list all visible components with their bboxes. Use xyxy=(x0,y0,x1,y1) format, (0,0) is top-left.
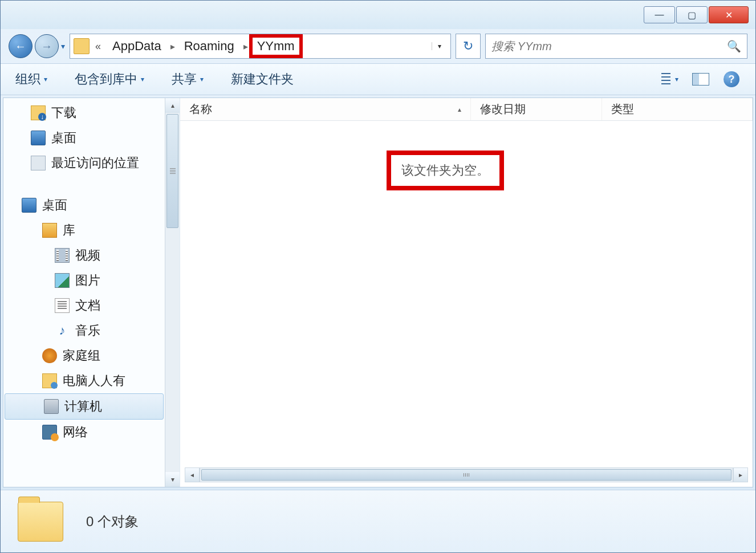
network-icon xyxy=(42,425,57,440)
back-button[interactable]: ← xyxy=(9,34,32,58)
include-in-library-button[interactable]: 包含到库中 ▾ xyxy=(75,71,144,88)
column-header-date[interactable]: 修改日期 xyxy=(471,98,602,120)
sidebar-item-label: 电脑人人有 xyxy=(63,372,125,389)
sidebar-item-downloads[interactable]: 下载 xyxy=(3,100,180,125)
help-icon: ? xyxy=(724,71,739,87)
search-input[interactable] xyxy=(491,40,727,53)
scroll-thumb[interactable] xyxy=(166,114,178,228)
scroll-right-icon[interactable]: ▸ xyxy=(733,467,748,482)
sidebar-item-videos[interactable]: 视频 xyxy=(3,243,180,268)
grip-icon xyxy=(464,473,469,477)
navigation-pane: 下载 桌面 最近访问的位置 桌面 库 视频 图片 文档 ♪音乐 家庭组 电脑人人… xyxy=(3,98,180,487)
chevron-right-icon[interactable]: ▸ xyxy=(242,41,249,52)
breadcrumb-current[interactable]: YYmm xyxy=(251,36,300,56)
homegroup-icon xyxy=(42,348,57,363)
music-icon: ♪ xyxy=(55,323,70,338)
scroll-thumb[interactable] xyxy=(201,469,731,481)
scroll-track[interactable] xyxy=(165,113,180,472)
sidebar-item-music[interactable]: ♪音乐 xyxy=(3,318,180,343)
organize-button[interactable]: 组织 ▾ xyxy=(15,71,47,88)
col-label: 类型 xyxy=(611,101,634,117)
chevron-down-icon: ▾ xyxy=(675,75,678,83)
minimize-icon: — xyxy=(655,10,664,20)
view-mode-button[interactable]: ▾ xyxy=(661,70,679,88)
sidebar-item-libraries[interactable]: 库 xyxy=(3,218,180,243)
command-bar: 组织 ▾ 包含到库中 ▾ 共享 ▾ 新建文件夹 ▾ ? xyxy=(1,63,755,95)
history-dropdown-icon[interactable]: ▾ xyxy=(61,42,65,51)
desktop-icon xyxy=(22,198,36,213)
preview-pane-button[interactable] xyxy=(692,70,710,88)
chevron-right-icon[interactable]: ▸ xyxy=(169,41,176,52)
minimize-button[interactable]: — xyxy=(644,6,675,23)
sidebar-item-desktop[interactable]: 桌面 xyxy=(3,125,180,151)
refresh-button[interactable]: ↻ xyxy=(456,34,481,59)
forward-button[interactable]: → xyxy=(35,34,59,58)
search-icon[interactable]: 🔍 xyxy=(727,39,741,53)
file-area[interactable]: 该文件夹为空。 xyxy=(180,121,753,467)
file-list-pane: 名称 ▴ 修改日期 类型 该文件夹为空。 ◂ ▸ xyxy=(180,98,753,487)
sidebar-item-label: 最近访问的位置 xyxy=(51,154,139,172)
sidebar-item-network[interactable]: 网络 xyxy=(3,420,180,445)
sidebar-item-desktop-root[interactable]: 桌面 xyxy=(3,193,180,218)
maximize-icon: ▢ xyxy=(688,10,696,21)
forward-icon: → xyxy=(41,40,52,53)
col-label: 名称 xyxy=(189,101,212,117)
sidebar-item-label: 下载 xyxy=(51,104,76,121)
sidebar-item-label: 桌面 xyxy=(51,129,76,147)
chevron-down-icon: ▾ xyxy=(141,75,144,83)
sidebar-item-label: 计算机 xyxy=(64,398,102,415)
share-label: 共享 xyxy=(172,71,197,88)
scroll-track[interactable] xyxy=(200,467,733,482)
maximize-button[interactable]: ▢ xyxy=(676,6,708,23)
titlebar: — ▢ ✕ xyxy=(1,1,755,29)
sidebar-item-documents[interactable]: 文档 xyxy=(3,293,180,318)
sidebar-item-pictures[interactable]: 图片 xyxy=(3,268,180,293)
status-item-count: 0 个对象 xyxy=(86,513,139,531)
newfolder-label: 新建文件夹 xyxy=(231,71,294,88)
chevron-down-icon: ▾ xyxy=(200,75,204,83)
column-header-name[interactable]: 名称 ▴ xyxy=(180,98,471,120)
sidebar-scrollbar[interactable]: ▴ ▾ xyxy=(165,98,180,487)
content-area: 下载 桌面 最近访问的位置 桌面 库 视频 图片 文档 ♪音乐 家庭组 电脑人人… xyxy=(3,97,753,487)
horizontal-scrollbar[interactable]: ◂ ▸ xyxy=(185,467,748,482)
column-header-type[interactable]: 类型 xyxy=(602,98,753,120)
folder-icon xyxy=(74,38,90,54)
scroll-left-icon[interactable]: ◂ xyxy=(185,467,200,482)
preview-pane-icon xyxy=(692,73,709,86)
address-bar[interactable]: « AppData ▸ Roaming ▸ YYmm ▾ xyxy=(70,34,451,59)
new-folder-button[interactable]: 新建文件夹 xyxy=(231,71,294,88)
organize-label: 组织 xyxy=(15,71,40,88)
breadcrumb-roaming[interactable]: Roaming xyxy=(178,36,240,56)
sidebar-item-label: 家庭组 xyxy=(63,347,100,364)
close-button[interactable]: ✕ xyxy=(709,6,749,23)
sidebar-item-user[interactable]: 电脑人人有 xyxy=(3,368,180,393)
overflow-chevron-icon[interactable]: « xyxy=(92,40,104,52)
nav-arrows: ← → ▾ xyxy=(9,34,65,58)
help-button[interactable]: ? xyxy=(722,70,741,88)
sidebar-item-recent[interactable]: 最近访问的位置 xyxy=(3,151,180,176)
explorer-window: — ▢ ✕ ← → ▾ « AppData ▸ Roaming ▸ YYmm ▾… xyxy=(0,0,756,553)
documents-icon xyxy=(55,298,70,313)
sidebar-item-homegroup[interactable]: 家庭组 xyxy=(3,343,180,368)
sidebar-item-label: 网络 xyxy=(63,424,88,441)
scroll-down-icon[interactable]: ▾ xyxy=(165,472,180,487)
folder-large-icon xyxy=(18,502,63,542)
sidebar-item-label: 视频 xyxy=(75,247,100,264)
address-dropdown-icon[interactable]: ▾ xyxy=(432,42,447,50)
downloads-icon xyxy=(31,105,46,120)
computer-icon xyxy=(44,399,59,414)
refresh-icon: ↻ xyxy=(463,39,473,54)
pictures-icon xyxy=(55,273,70,288)
breadcrumb-appdata[interactable]: AppData xyxy=(107,36,167,56)
sidebar-item-computer[interactable]: 计算机 xyxy=(5,393,164,420)
sort-ascending-icon: ▴ xyxy=(458,105,461,113)
search-box[interactable]: 🔍 xyxy=(485,34,747,59)
toolbar-right: ▾ ? xyxy=(661,70,741,88)
desktop-icon xyxy=(31,131,46,145)
sidebar-item-label: 库 xyxy=(63,222,75,239)
scroll-up-icon[interactable]: ▴ xyxy=(165,98,180,113)
col-label: 修改日期 xyxy=(480,101,526,117)
share-button[interactable]: 共享 ▾ xyxy=(172,71,204,88)
column-headers: 名称 ▴ 修改日期 类型 xyxy=(180,98,753,121)
user-folder-icon xyxy=(42,373,57,388)
